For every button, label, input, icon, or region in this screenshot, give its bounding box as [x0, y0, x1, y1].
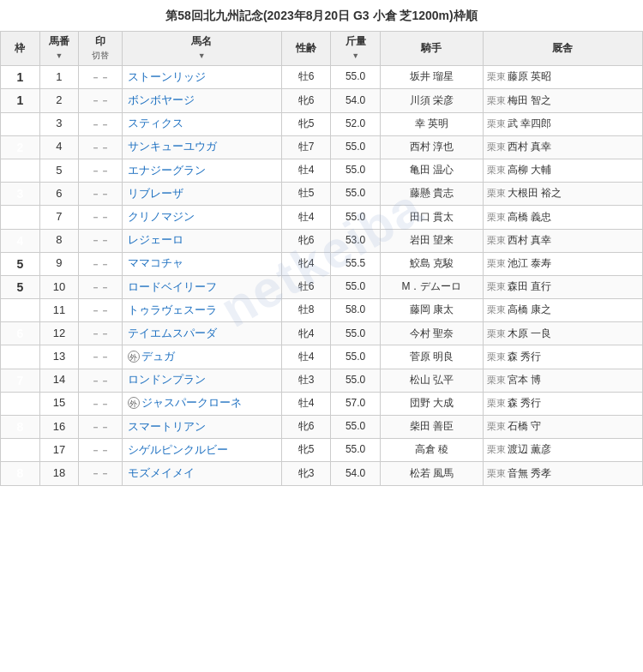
- jockey-cell[interactable]: 鮫島 克駿: [380, 252, 483, 275]
- col-header-name[interactable]: 馬名 ▼: [122, 32, 281, 66]
- stable-cell[interactable]: 栗東高橋 義忠: [483, 206, 642, 229]
- horse-name-cell[interactable]: 外デュガ: [122, 345, 281, 369]
- waku-cell: 8: [1, 462, 40, 485]
- stable-cell[interactable]: 栗東池江 泰寿: [483, 252, 642, 275]
- race-table-wrap: netkeiba 枠 馬番 ▼ 印 切替 馬名 ▼: [0, 31, 643, 486]
- in-cell[interactable]: －－: [79, 462, 122, 485]
- in-cell[interactable]: －－: [79, 183, 122, 206]
- sex-age-cell: 牡4: [281, 159, 331, 182]
- horse-name-cell[interactable]: テイエムスパーダ: [122, 322, 281, 345]
- horse-name-cell[interactable]: ボンボヤージ: [122, 89, 281, 112]
- in-cell[interactable]: －－: [79, 299, 122, 322]
- horse-name-cell[interactable]: ママコチャ: [122, 252, 281, 275]
- horse-name-cell[interactable]: ロードベイリーフ: [122, 275, 281, 298]
- waku-cell: 7: [1, 392, 40, 415]
- jockey-cell[interactable]: M．デムーロ: [380, 275, 483, 298]
- waku-cell: 1: [1, 66, 40, 89]
- jockey-cell[interactable]: 松若 風馬: [380, 462, 483, 485]
- horse-name-cell[interactable]: リブレーザ: [122, 183, 281, 206]
- horse-name-cell[interactable]: エナジーグラン: [122, 159, 281, 182]
- stable-cell[interactable]: 栗東渡辺 薫彦: [483, 439, 642, 462]
- bango-cell: 11: [39, 299, 79, 322]
- horse-name-cell[interactable]: 外ジャスパークローネ: [122, 392, 281, 415]
- col-header-stable: 厩舎: [483, 32, 642, 66]
- stable-cell[interactable]: 栗東高橋 康之: [483, 299, 642, 322]
- stable-cell[interactable]: 栗東西村 真幸: [483, 135, 642, 159]
- bango-cell: 10: [39, 275, 79, 298]
- in-cell[interactable]: －－: [79, 416, 122, 439]
- horse-name-cell[interactable]: トゥラヴェスーラ: [122, 299, 281, 322]
- in-cell[interactable]: －－: [79, 135, 122, 159]
- horse-name-cell[interactable]: シゲルピンクルビー: [122, 439, 281, 462]
- weight-cell: 55.0: [331, 322, 381, 345]
- in-cell[interactable]: －－: [79, 66, 122, 89]
- horse-name-cell[interactable]: モズメイメイ: [122, 462, 281, 485]
- jockey-cell[interactable]: 川須 栄彦: [380, 89, 483, 112]
- in-cell[interactable]: －－: [79, 275, 122, 298]
- in-cell[interactable]: －－: [79, 345, 122, 369]
- in-cell[interactable]: －－: [79, 229, 122, 252]
- horse-name-cell[interactable]: ロンドンプラン: [122, 369, 281, 392]
- waku-cell: 5: [1, 275, 40, 298]
- jockey-cell[interactable]: 菅原 明良: [380, 345, 483, 369]
- jockey-cell[interactable]: 松山 弘平: [380, 369, 483, 392]
- in-cell[interactable]: －－: [79, 89, 122, 112]
- col-header-in[interactable]: 印 切替: [79, 32, 122, 66]
- stable-cell[interactable]: 栗東梅田 智之: [483, 89, 642, 112]
- stable-cell[interactable]: 栗東武 幸四郎: [483, 112, 642, 135]
- horse-name-cell[interactable]: ストーンリッジ: [122, 66, 281, 89]
- in-cell[interactable]: －－: [79, 112, 122, 135]
- horse-name-cell[interactable]: レジェーロ: [122, 229, 281, 252]
- table-row: 817－－シゲルピンクルビー牝555.0高倉 稜栗東渡辺 薫彦: [1, 439, 643, 462]
- weight-cell: 54.0: [331, 89, 381, 112]
- jockey-cell[interactable]: 幸 英明: [380, 112, 483, 135]
- in-cell[interactable]: －－: [79, 206, 122, 229]
- col-header-sex-age: 性齢: [281, 32, 331, 66]
- stable-cell[interactable]: 栗東木原 一良: [483, 322, 642, 345]
- bango-cell: 18: [39, 462, 79, 485]
- bango-cell: 7: [39, 206, 79, 229]
- horse-name-cell[interactable]: クリノマジン: [122, 206, 281, 229]
- horse-name-cell[interactable]: サンキューユウガ: [122, 135, 281, 159]
- bango-cell: 14: [39, 369, 79, 392]
- jockey-cell[interactable]: 柴田 善臣: [380, 416, 483, 439]
- jockey-cell[interactable]: 亀田 温心: [380, 159, 483, 182]
- in-cell[interactable]: －－: [79, 159, 122, 182]
- stable-cell[interactable]: 栗東石橋 守: [483, 416, 642, 439]
- stable-cell[interactable]: 栗東音無 秀孝: [483, 462, 642, 485]
- col-header-weight: 斤量 ▼: [331, 32, 381, 66]
- in-cell[interactable]: －－: [79, 252, 122, 275]
- bango-cell: 16: [39, 416, 79, 439]
- bango-cell: 12: [39, 322, 79, 345]
- in-cell[interactable]: －－: [79, 439, 122, 462]
- table-row: 714－－ロンドンプラン牡355.0松山 弘平栗東宮本 博: [1, 369, 643, 392]
- jockey-cell[interactable]: 岩田 望来: [380, 229, 483, 252]
- jockey-cell[interactable]: 高倉 稜: [380, 439, 483, 462]
- sex-age-cell: 牝6: [281, 89, 331, 112]
- horse-name-cell[interactable]: スティクス: [122, 112, 281, 135]
- bango-cell: 9: [39, 252, 79, 275]
- sex-age-cell: 牝3: [281, 462, 331, 485]
- jockey-cell[interactable]: 今村 聖奈: [380, 322, 483, 345]
- sex-age-cell: 牡4: [281, 392, 331, 415]
- stable-cell[interactable]: 栗東森 秀行: [483, 392, 642, 415]
- jockey-cell[interactable]: 藤岡 康太: [380, 299, 483, 322]
- sex-age-cell: 牡3: [281, 369, 331, 392]
- jockey-cell[interactable]: 藤懸 貴志: [380, 183, 483, 206]
- horse-name-cell[interactable]: スマートリアン: [122, 416, 281, 439]
- in-cell[interactable]: －－: [79, 369, 122, 392]
- stable-cell[interactable]: 栗東藤原 英昭: [483, 66, 642, 89]
- jockey-cell[interactable]: 西村 淳也: [380, 135, 483, 159]
- stable-cell[interactable]: 栗東西村 真幸: [483, 229, 642, 252]
- sex-age-cell: 牝5: [281, 112, 331, 135]
- jockey-cell[interactable]: 坂井 瑠星: [380, 66, 483, 89]
- stable-cell[interactable]: 栗東高柳 大輔: [483, 159, 642, 182]
- stable-cell[interactable]: 栗東森 秀行: [483, 345, 642, 369]
- stable-cell[interactable]: 栗東森田 直行: [483, 275, 642, 298]
- stable-cell[interactable]: 栗東宮本 博: [483, 369, 642, 392]
- jockey-cell[interactable]: 田口 貫太: [380, 206, 483, 229]
- in-cell[interactable]: －－: [79, 392, 122, 415]
- jockey-cell[interactable]: 団野 大成: [380, 392, 483, 415]
- stable-cell[interactable]: 栗東大根田 裕之: [483, 183, 642, 206]
- in-cell[interactable]: －－: [79, 322, 122, 345]
